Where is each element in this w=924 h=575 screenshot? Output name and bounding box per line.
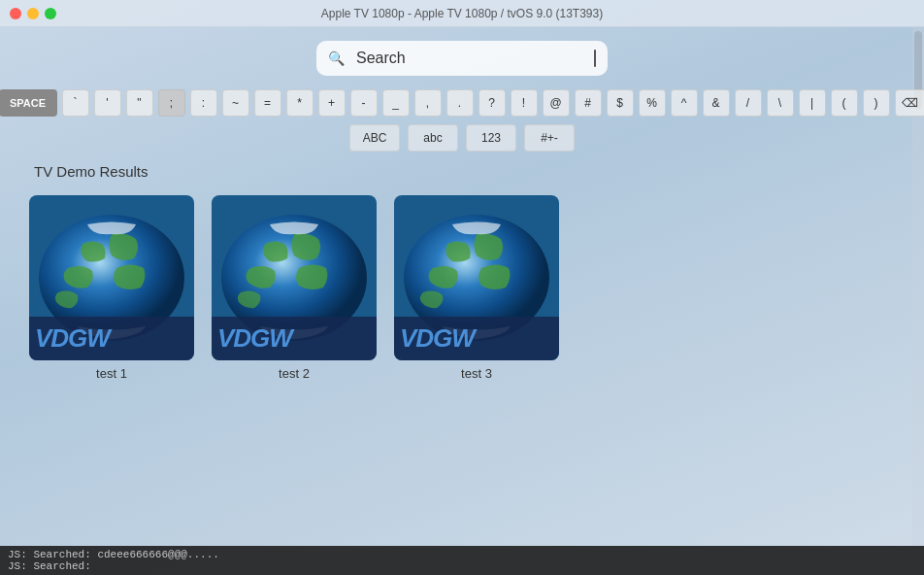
key-dollar[interactable]: $ — [607, 89, 634, 117]
channel-bar-2: VDGW — [212, 317, 377, 360]
status-bar: JS: Searched: cdeee666666@@@..... JS: Se… — [0, 546, 924, 575]
key-pipe[interactable]: | — [799, 89, 826, 117]
delete-key[interactable]: ⌫ — [895, 89, 925, 117]
key-colon[interactable]: : — [190, 89, 217, 117]
keyboard-tab-row: ABC abc 123 #+- — [349, 124, 575, 152]
result-thumbnail-2: VDGW — [212, 195, 377, 360]
results-section: TV Demo Results — [0, 163, 924, 381]
channel-bar-1: VDGW — [29, 317, 194, 360]
key-minus[interactable]: - — [350, 89, 378, 117]
result-item-3[interactable]: VDGW test 3 — [394, 195, 559, 381]
titlebar: Apple TV 1080p - Apple TV 1080p / tvOS 9… — [0, 0, 924, 27]
tab-abc-lower[interactable]: abc — [408, 124, 458, 152]
keyboard-area: SPACE ` ' " ; : ~ = * + - _ , . ? ! @ # … — [0, 89, 924, 152]
tab-symbols[interactable]: #+- — [524, 124, 575, 152]
search-bar[interactable]: 🔍 Search — [316, 41, 608, 76]
key-period[interactable]: . — [446, 89, 474, 117]
channel-text-3: VDGW — [400, 323, 475, 354]
window-title: Apple TV 1080p - Apple TV 1080p / tvOS 9… — [321, 7, 603, 20]
tab-abc-upper[interactable]: ABC — [349, 124, 400, 152]
result-label-1: test 1 — [96, 366, 127, 381]
key-quote[interactable]: " — [126, 89, 153, 117]
key-at[interactable]: @ — [543, 89, 570, 117]
results-title: TV Demo Results — [29, 163, 895, 180]
key-asterisk[interactable]: * — [286, 89, 314, 117]
close-button[interactable] — [10, 8, 21, 19]
key-percent[interactable]: % — [639, 89, 666, 117]
result-label-2: test 2 — [279, 366, 310, 381]
channel-text-1: VDGW — [35, 323, 110, 354]
result-label-3: test 3 — [461, 366, 492, 381]
keyboard-row-symbols: SPACE ` ' " ; : ~ = * + - _ , . ? ! @ # … — [0, 89, 924, 117]
results-grid: VDGW test 1 — [29, 195, 895, 381]
key-ampersand[interactable]: & — [703, 89, 730, 117]
key-rparen[interactable]: ) — [863, 89, 890, 117]
search-icon: 🔍 — [328, 51, 345, 66]
status-line-1: JS: Searched: cdeee666666@@@..... — [8, 549, 916, 560]
results-title-text: TV Demo Results — [34, 163, 148, 180]
key-equals[interactable]: = — [254, 89, 281, 117]
result-item-2[interactable]: VDGW test 2 — [212, 195, 377, 381]
minimize-button[interactable] — [27, 8, 39, 19]
key-comma[interactable]: , — [414, 89, 442, 117]
space-key[interactable]: SPACE — [0, 89, 57, 117]
key-lparen[interactable]: ( — [831, 89, 858, 117]
tab-123[interactable]: 123 — [466, 124, 516, 152]
key-hash[interactable]: # — [575, 89, 602, 117]
channel-bar-3: VDGW — [394, 317, 559, 360]
main-content: 🔍 Search SPACE ` ' " ; : ~ = * + - _ , .… — [0, 27, 924, 546]
search-label: Search — [356, 50, 588, 67]
maximize-button[interactable] — [45, 8, 56, 19]
result-thumbnail-3: VDGW — [394, 195, 559, 360]
key-tilde[interactable]: ~ — [222, 89, 249, 117]
channel-text-2: VDGW — [217, 323, 292, 354]
key-semicolon[interactable]: ; — [158, 89, 185, 117]
status-line-2: JS: Searched: — [8, 560, 916, 572]
key-underscore[interactable]: _ — [382, 89, 410, 117]
result-item-1[interactable]: VDGW test 1 — [29, 195, 194, 381]
search-cursor — [594, 50, 596, 67]
key-plus[interactable]: + — [318, 89, 346, 117]
window-controls — [10, 8, 56, 19]
key-caret[interactable]: ^ — [671, 89, 698, 117]
key-apostrophe[interactable]: ' — [94, 89, 121, 117]
key-backslash[interactable]: \ — [767, 89, 794, 117]
key-exclaim[interactable]: ! — [511, 89, 538, 117]
result-thumbnail-1: VDGW — [29, 195, 194, 360]
key-backtick[interactable]: ` — [62, 89, 89, 117]
key-question[interactable]: ? — [478, 89, 506, 117]
key-slash[interactable]: / — [735, 89, 762, 117]
